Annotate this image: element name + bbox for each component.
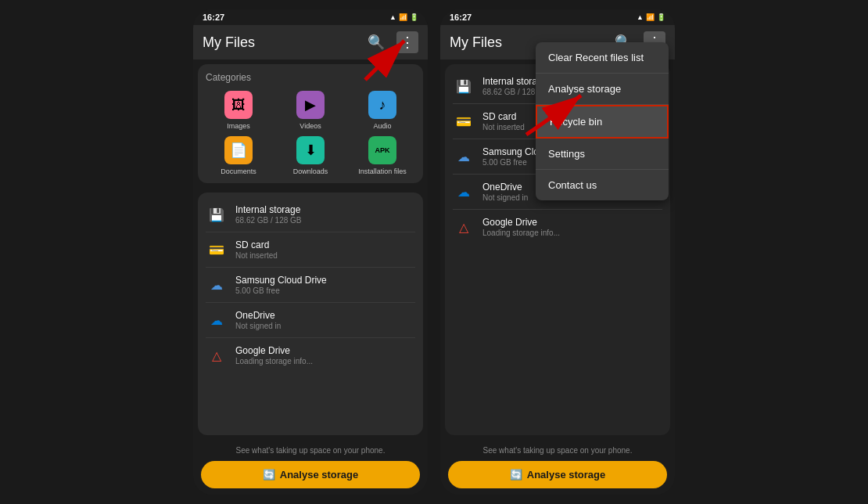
gdrive-detail-right: Loading storage info... <box>482 229 662 237</box>
analyse-storage-button-left[interactable]: 🔄 Analyse storage <box>201 461 420 488</box>
audio-label: Audio <box>373 122 391 130</box>
bottom-section-right: See what's taking up space on your phone… <box>440 440 675 495</box>
internal-icon-left: 💾 <box>206 203 228 225</box>
gdrive-info-right: Google Drive Loading storage info... <box>482 217 662 237</box>
time-left: 16:27 <box>203 13 224 22</box>
internal-name-left: Internal storage <box>235 204 415 215</box>
internal-info-left: Internal storage 68.62 GB / 128 GB <box>235 204 415 225</box>
categories-title-left: Categories <box>206 72 415 83</box>
downloads-icon: ⬇ <box>296 136 325 164</box>
bottom-text-right: See what's taking up space on your phone… <box>448 446 667 455</box>
storage-sdcard-left[interactable]: 💳 SD card Not inserted <box>206 232 415 268</box>
downloads-label: Downloads <box>293 167 328 175</box>
storage-internal-left[interactable]: 💾 Internal storage 68.62 GB / 128 GB <box>206 197 415 232</box>
documents-label: Documents <box>221 167 256 175</box>
status-icons-left: ▲ 📶 🔋 <box>389 13 418 21</box>
onedrive-icon-right: ☁ <box>453 181 475 203</box>
time-right: 16:27 <box>450 13 472 22</box>
gdrive-name-left: Google Drive <box>235 345 415 356</box>
bottom-section-left: See what's taking up space on your phone… <box>193 440 428 495</box>
sdcard-detail-left: Not inserted <box>235 251 415 260</box>
category-installation[interactable]: APK Installation files <box>350 136 415 175</box>
category-audio[interactable]: ♪ Audio <box>350 91 415 130</box>
bottom-text-left: See what's taking up space on your phone… <box>201 446 420 455</box>
status-bar-left: 16:27 ▲ 📶 🔋 <box>193 9 428 25</box>
category-images[interactable]: 🖼 Images <box>206 91 271 130</box>
onedrive-icon-left: ☁ <box>206 309 228 331</box>
app-title-left: My Files <box>203 34 255 51</box>
videos-icon: ▶ <box>296 91 325 119</box>
onedrive-name-left: OneDrive <box>235 310 415 321</box>
internal-detail-left: 68.62 GB / 128 GB <box>235 216 415 225</box>
sdcard-icon-right: 💳 <box>453 110 475 132</box>
dropdown-analyse-storage[interactable]: Analyse storage <box>536 74 669 105</box>
dropdown-clear-recent[interactable]: Clear Recent files list <box>536 42 669 74</box>
analyse-icon-right: 🔄 <box>510 469 522 481</box>
analyse-icon-left: 🔄 <box>263 469 275 481</box>
search-button-left[interactable]: 🔍 <box>365 31 387 53</box>
gdrive-name-right: Google Drive <box>482 217 662 228</box>
dropdown-settings[interactable]: Settings <box>536 139 669 170</box>
audio-icon: ♪ <box>368 91 396 119</box>
videos-label: Videos <box>299 122 321 130</box>
analyse-label-left: Analyse storage <box>280 469 358 481</box>
categories-grid-left: 🖼 Images ▶ Videos ♪ Audio 📄 Documents ⬇ … <box>206 91 415 175</box>
category-downloads[interactable]: ⬇ Downloads <box>278 136 343 175</box>
samsung-info-left: Samsung Cloud Drive 5.00 GB free <box>235 275 415 295</box>
app-title-right: My Files <box>450 34 502 51</box>
app-header-left: My Files 🔍 ⋮ <box>193 25 428 59</box>
gdrive-detail-left: Loading storage info... <box>235 357 415 365</box>
internal-icon-right: 💾 <box>453 75 475 97</box>
onedrive-detail-left: Not signed in <box>235 322 415 330</box>
gdrive-icon-right: △ <box>453 216 475 238</box>
sdcard-name-left: SD card <box>235 239 415 250</box>
menu-button-left[interactable]: ⋮ <box>396 31 418 53</box>
analyse-label-right: Analyse storage <box>527 469 605 481</box>
images-icon: 🖼 <box>224 91 253 119</box>
sdcard-icon-left: 💳 <box>206 239 228 261</box>
category-documents[interactable]: 📄 Documents <box>206 136 271 175</box>
storage-onedrive-left[interactable]: ☁ OneDrive Not signed in <box>206 303 415 338</box>
samsung-icon-left: ☁ <box>206 274 228 296</box>
dropdown-contact-us[interactable]: Contact us <box>536 170 669 200</box>
gdrive-info-left: Google Drive Loading storage info... <box>235 345 415 365</box>
analyse-storage-button-right[interactable]: 🔄 Analyse storage <box>448 461 667 488</box>
images-label: Images <box>227 122 250 130</box>
header-icons-left: 🔍 ⋮ <box>365 31 418 53</box>
gdrive-icon-left: △ <box>206 344 228 366</box>
storage-gdrive-left[interactable]: △ Google Drive Loading storage info... <box>206 338 415 373</box>
samsung-name-left: Samsung Cloud Drive <box>235 275 415 286</box>
left-phone: 16:27 ▲ 📶 🔋 My Files 🔍 ⋮ Categories <box>193 9 428 495</box>
samsung-icon-right: ☁ <box>453 146 475 167</box>
installation-icon: APK <box>368 136 396 164</box>
documents-icon: 📄 <box>224 136 253 164</box>
dropdown-menu: Clear Recent files list Analyse storage … <box>536 42 669 200</box>
storage-samsung-left[interactable]: ☁ Samsung Cloud Drive 5.00 GB free <box>206 268 415 303</box>
status-icons-right: ▲ 📶 🔋 <box>637 13 665 21</box>
storage-list-left: 💾 Internal storage 68.62 GB / 128 GB 💳 S… <box>198 193 423 435</box>
right-phone: 16:27 ▲ 📶 🔋 My Files 🔍 ⋮ Clear Recent fi… <box>440 9 675 495</box>
category-videos[interactable]: ▶ Videos <box>278 91 343 130</box>
categories-section-left: Categories 🖼 Images ▶ Videos ♪ Audio 📄 D… <box>198 64 423 183</box>
storage-gdrive-right[interactable]: △ Google Drive Loading storage info... <box>453 210 662 244</box>
onedrive-info-left: OneDrive Not signed in <box>235 310 415 330</box>
installation-label: Installation files <box>358 167 407 175</box>
samsung-detail-left: 5.00 GB free <box>235 286 415 295</box>
status-bar-right: 16:27 ▲ 📶 🔋 <box>440 9 675 25</box>
dropdown-recycle-bin[interactable]: Recycle bin <box>536 105 669 139</box>
sdcard-info-left: SD card Not inserted <box>235 239 415 260</box>
